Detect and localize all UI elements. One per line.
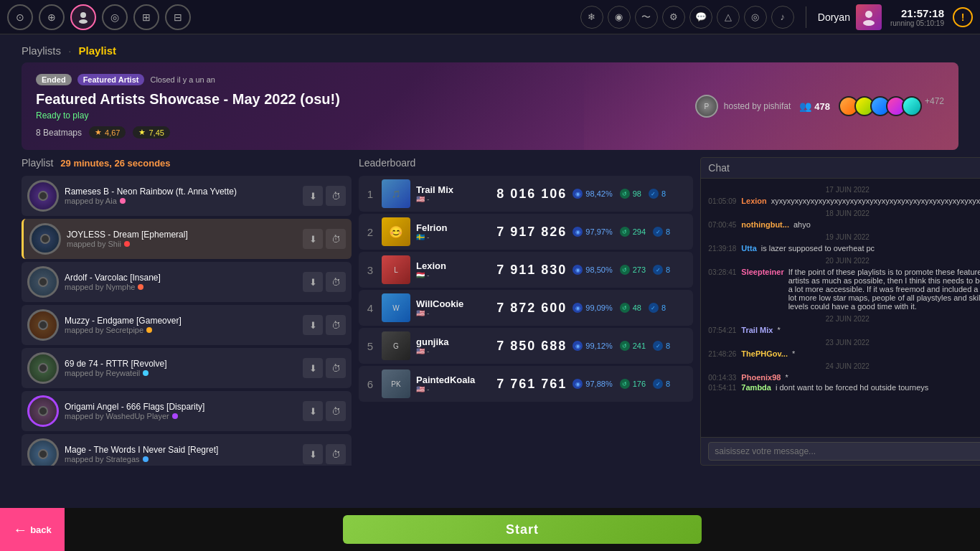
combo-value: 294	[633, 227, 646, 236]
chat-input[interactable]	[708, 442, 980, 461]
leaderboard-header: Leaderboard	[359, 157, 693, 169]
combo-icon: ↺	[620, 189, 630, 199]
table-row[interactable]: 3 L Lexion 🇭🇺- 7 911 830 ◉ 98,50% ↺ 273 …	[359, 252, 693, 288]
music-icon[interactable]: ♪	[771, 6, 794, 29]
song-title: Rameses B - Neon Rainbow (ft. Anna Yvett…	[65, 187, 297, 197]
snowflake-icon[interactable]: ❄	[580, 6, 603, 29]
lb-stat-acc: ◉ 98,42% ↺ 98 ✓ 8	[573, 189, 687, 199]
breadcrumb-current: Playlist	[79, 44, 117, 57]
song-actions: ⬇ ⏱	[303, 358, 346, 378]
lb-score: 7 872 600	[481, 301, 567, 316]
lb-username: gunjika	[416, 336, 475, 347]
nav-bars[interactable]: ⊟	[165, 4, 191, 30]
wave-icon[interactable]: 〜	[635, 6, 658, 29]
clock-button[interactable]: ⏱	[326, 401, 346, 421]
chat-username: Lexion	[741, 197, 766, 205]
list-item[interactable]: Muzzy - Endgame [Gameover] mapped by Sec…	[22, 305, 352, 345]
download-button[interactable]: ⬇	[303, 315, 323, 335]
leaderboard-panel: Leaderboard 1 🎵 Trail Mix 🇺🇸- 8 016 106 …	[359, 157, 693, 466]
acc-value: 98,42%	[585, 189, 612, 198]
nav-menu[interactable]: ⊕	[39, 4, 65, 30]
breadcrumb-playlists[interactable]: Playlists	[22, 44, 61, 57]
alert-icon[interactable]: !	[953, 7, 973, 27]
song-mapper: mapped by Aia	[65, 197, 297, 205]
acc-icon: ◉	[573, 303, 583, 313]
nav-home[interactable]: ⊙	[7, 4, 33, 30]
lb-stat-acc: ◉ 98,50% ↺ 273 ✓ 8	[573, 265, 687, 275]
chat-username: Utta	[741, 244, 756, 253]
chat-username: Phoenix98	[741, 373, 781, 382]
nav-user[interactable]	[70, 4, 96, 30]
diff-dot	[143, 370, 149, 376]
clock-button[interactable]: ⏱	[326, 358, 346, 378]
playlist-panel-title: Playlist	[22, 157, 53, 169]
triangle-icon[interactable]: △	[717, 6, 740, 29]
song-title: Ardolf - Varcolac [Insane]	[65, 273, 297, 283]
song-actions: ⬇ ⏱	[303, 401, 346, 421]
list-item[interactable]: Origami Angel - 666 Flags [Disparity] ma…	[22, 391, 352, 431]
back-button[interactable]: ← back	[0, 508, 65, 551]
diff-dot	[143, 456, 149, 462]
lb-stats: ◉ 98,42% ↺ 98 ✓ 8	[573, 189, 687, 199]
song-actions: ⬇ ⏱	[303, 186, 346, 206]
clock-button[interactable]: ⏱	[326, 229, 346, 249]
lb-avatar: G	[382, 331, 410, 360]
chat-time: 03:28:41	[708, 268, 737, 276]
table-row[interactable]: 4 W WillCookie 🇺🇸- 7 872 600 ◉ 99,09% ↺ …	[359, 290, 693, 326]
clock-button[interactable]: ⏱	[326, 444, 346, 464]
song-title: 69 de 74 - RTTR [Revolve]	[65, 359, 297, 369]
acc-icon: ◉	[573, 379, 583, 389]
lb-user: Lexion 🇭🇺-	[416, 260, 475, 279]
clock-button[interactable]: ⏱	[326, 315, 346, 335]
table-row[interactable]: 6 PK PaintedKoala 🇺🇸- 7 761 761 ◉ 97,88%…	[359, 366, 693, 402]
acc-icon: ◉	[573, 227, 583, 237]
download-button[interactable]: ⬇	[303, 401, 323, 421]
check-value: 8	[666, 380, 670, 388]
song-thumb	[27, 352, 59, 384]
chat-message: 01:54:11 7ambda i dont want to be forced…	[708, 383, 980, 392]
table-row[interactable]: 5 G gunjika 🇺🇸- 7 850 688 ◉ 99,12% ↺ 241…	[359, 328, 693, 364]
gear-icon[interactable]: ⚙	[662, 6, 685, 29]
nav-face[interactable]: ◎	[102, 4, 128, 30]
download-button[interactable]: ⬇	[303, 444, 323, 464]
clock-button[interactable]: ⏱	[326, 272, 346, 292]
table-row[interactable]: 2 😊 Felrion 🇸🇪- 7 917 826 ◉ 97,97% ↺ 294…	[359, 214, 693, 250]
list-item[interactable]: Mage - The Words I Never Said [Regret] m…	[22, 434, 352, 466]
list-item[interactable]: JOYLESS - Dream [Ephemeral] mapped by Sh…	[22, 219, 352, 259]
check-value: 8	[661, 189, 666, 198]
top-icons: ❄ ◉ 〜 ⚙ 💬 △ ◎ ♪	[580, 6, 794, 29]
lb-score: 7 917 826	[481, 225, 567, 240]
chat-time: 07:00:45	[708, 221, 737, 229]
song-mapper: mapped by Secretpipe	[65, 326, 297, 334]
clock-button[interactable]: ⏱	[326, 186, 346, 206]
acc-value: 97,88%	[585, 380, 612, 388]
chat-panel: Chat 17 JUIN 2022 01:05:09 Lexion xyxyxy…	[700, 157, 980, 466]
lb-username: Lexion	[416, 260, 475, 271]
download-button[interactable]: ⬇	[303, 229, 323, 249]
combo-value: 273	[633, 265, 646, 274]
table-row[interactable]: 1 🎵 Trail Mix 🇺🇸- 8 016 106 ◉ 98,42% ↺ 9…	[359, 176, 693, 212]
start-button[interactable]: Start	[343, 515, 702, 544]
download-button[interactable]: ⬇	[303, 272, 323, 292]
download-button[interactable]: ⬇	[303, 358, 323, 378]
participant-count: 478	[814, 101, 830, 112]
chat-time: 00:14:33	[708, 374, 737, 382]
combo-value: 241	[633, 342, 646, 350]
playlist-items: Rameses B - Neon Rainbow (ft. Anna Yvett…	[22, 176, 352, 466]
check-value: 8	[666, 227, 670, 236]
nav-gamepad[interactable]: ⊞	[133, 4, 159, 30]
avatar[interactable]	[856, 4, 882, 30]
circle-icon[interactable]: ◉	[608, 6, 631, 29]
playlist-subtitle: Ready to play	[36, 110, 695, 121]
list-item[interactable]: 69 de 74 - RTTR [Revolve] mapped by Reyw…	[22, 348, 352, 388]
chat-time: 07:54:21	[708, 326, 737, 334]
target-icon[interactable]: ◎	[744, 6, 767, 29]
list-item[interactable]: Rameses B - Neon Rainbow (ft. Anna Yvett…	[22, 176, 352, 216]
download-button[interactable]: ⬇	[303, 186, 323, 206]
check-value: 8	[661, 303, 666, 312]
chat-icon[interactable]: 💬	[689, 6, 712, 29]
combo-icon: ↺	[620, 379, 630, 389]
list-item[interactable]: Ardolf - Varcolac [Insane] mapped by Nym…	[22, 262, 352, 302]
participants-icon: 👥	[799, 100, 811, 112]
combo-value: 176	[633, 380, 646, 388]
